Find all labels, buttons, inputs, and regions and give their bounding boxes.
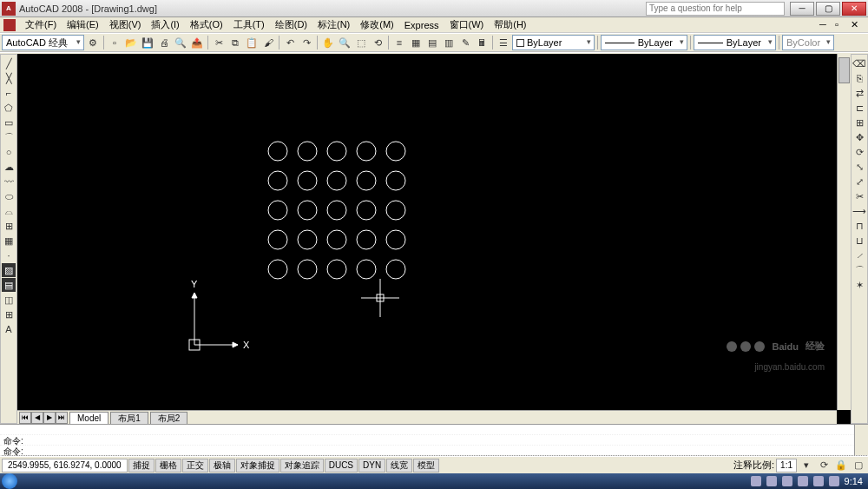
annosync-icon[interactable]: ⟳ <box>816 458 832 473</box>
erase-icon[interactable]: ⌫ <box>852 56 866 70</box>
circle[interactable] <box>327 171 346 190</box>
save-icon[interactable]: 💾 <box>140 35 155 50</box>
grid-button[interactable]: 栅格 <box>155 459 181 472</box>
annoscale-combo[interactable]: 1:1 <box>776 459 797 472</box>
tab-model[interactable]: Model <box>69 412 108 424</box>
calc-icon[interactable]: 🖩 <box>474 35 490 50</box>
pan-icon[interactable]: ✋ <box>320 35 336 50</box>
menu-insert[interactable]: 插入(I) <box>147 17 183 32</box>
circle[interactable] <box>386 201 405 220</box>
spline-icon[interactable]: 〰 <box>2 175 16 188</box>
paste-icon[interactable]: 📋 <box>244 35 260 50</box>
polygon-icon[interactable]: ⬠ <box>2 101 16 115</box>
join-icon[interactable]: ⊔ <box>852 234 866 248</box>
xline-icon[interactable]: ╳ <box>2 71 16 85</box>
circle[interactable] <box>386 171 405 190</box>
ortho-button[interactable]: 正交 <box>182 459 208 472</box>
circle[interactable] <box>298 171 317 190</box>
hatch-icon[interactable]: ▨ <box>2 263 16 277</box>
new-icon[interactable]: ▫ <box>107 35 122 50</box>
circle[interactable] <box>298 260 317 279</box>
break-icon[interactable]: ⊓ <box>852 219 866 233</box>
circle[interactable] <box>386 142 405 161</box>
tab-first-icon[interactable]: ⏮ <box>19 412 31 424</box>
circle[interactable] <box>327 260 346 279</box>
layers-icon[interactable]: ☰ <box>496 35 511 50</box>
layer-color-combo[interactable]: ByLayer <box>512 35 595 50</box>
preview-icon[interactable]: 🔍 <box>173 35 188 50</box>
rectangle-icon[interactable]: ▭ <box>2 116 16 129</box>
copy-obj-icon[interactable]: ⎘ <box>852 71 866 85</box>
command-area[interactable]: 命令: 命令: <box>0 424 868 456</box>
lineweight-combo[interactable]: ByLayer <box>694 35 776 50</box>
menu-dimension[interactable]: 标注(N) <box>313 17 354 32</box>
pline-icon[interactable]: ⌐ <box>2 86 16 100</box>
circle[interactable] <box>268 171 287 190</box>
menu-window[interactable]: 窗口(W) <box>445 17 489 32</box>
tray-icon[interactable] <box>782 476 792 486</box>
extend-icon[interactable]: ⟶ <box>852 204 866 218</box>
tab-prev-icon[interactable]: ◀ <box>31 412 43 424</box>
circle[interactable] <box>357 142 376 161</box>
move-icon[interactable]: ✥ <box>852 130 866 144</box>
clean-screen-icon[interactable]: ▢ <box>851 458 866 473</box>
toolpalette-icon[interactable]: ▤ <box>424 35 440 50</box>
circle[interactable] <box>298 201 317 220</box>
ducs-button[interactable]: DUCS <box>325 459 358 472</box>
clock[interactable]: 9:14 <box>845 476 863 486</box>
undo-icon[interactable]: ↶ <box>282 35 298 50</box>
plotstyle-combo[interactable]: ByColor <box>782 35 834 50</box>
circle[interactable] <box>268 260 287 279</box>
doc-close-button[interactable]: ✕ <box>851 19 865 31</box>
drawing-canvas[interactable]: X Y <box>17 54 851 410</box>
designcenter-icon[interactable]: ▦ <box>408 35 424 50</box>
help-search-input[interactable] <box>646 2 785 16</box>
workspace-settings-icon[interactable]: ⚙ <box>85 35 101 50</box>
circle[interactable] <box>327 201 346 220</box>
command-prompt-2[interactable]: 命令: <box>0 446 868 456</box>
circle[interactable] <box>298 142 317 161</box>
table-icon[interactable]: ⊞ <box>2 307 16 321</box>
fillet-icon[interactable]: ⌒ <box>852 263 866 277</box>
revcloud-icon[interactable]: ☁ <box>2 160 16 174</box>
lock-ui-icon[interactable]: 🔒 <box>833 458 849 473</box>
circle[interactable] <box>386 230 405 249</box>
plot-icon[interactable]: 🖨 <box>156 35 172 50</box>
open-icon[interactable]: 📂 <box>123 35 139 50</box>
menu-draw[interactable]: 绘图(D) <box>271 17 312 32</box>
circle[interactable] <box>327 230 346 249</box>
mirror-icon[interactable]: ⇄ <box>852 86 866 100</box>
trim-icon[interactable]: ✂ <box>852 189 866 203</box>
menu-tools[interactable]: 工具(T) <box>229 17 269 32</box>
offset-icon[interactable]: ⊏ <box>852 101 866 115</box>
volume-icon[interactable] <box>829 476 839 486</box>
circle[interactable] <box>357 171 376 190</box>
menu-express[interactable]: Express <box>400 19 444 31</box>
tray-icon[interactable] <box>813 476 824 486</box>
menu-file[interactable]: 文件(F) <box>21 17 61 32</box>
doc-minimize-button[interactable]: ─ <box>819 19 833 31</box>
arc-icon[interactable]: ⌒ <box>2 130 16 144</box>
scale-icon[interactable]: ⤡ <box>852 160 866 174</box>
coordinates[interactable]: 2549.9955, 616.9274, 0.0000 <box>2 459 128 472</box>
circle[interactable] <box>268 142 287 161</box>
annoscale-icon[interactable]: ▾ <box>799 458 814 473</box>
tray-icon[interactable] <box>798 476 808 486</box>
line-icon[interactable]: ╱ <box>2 56 16 70</box>
minimize-button[interactable]: ─ <box>790 2 814 16</box>
command-scrollbar[interactable] <box>854 425 868 455</box>
match-icon[interactable]: 🖌 <box>260 35 276 50</box>
circle[interactable] <box>357 201 376 220</box>
ellipse-icon[interactable]: ⬭ <box>2 189 16 203</box>
copy-icon[interactable]: ⧉ <box>227 35 243 50</box>
circle[interactable] <box>327 142 346 161</box>
drawing-area[interactable]: X Y Baidu 经验 jingyan.baidu.com ⏮ ◀ ▶ ⏭ M… <box>17 54 851 424</box>
tab-last-icon[interactable]: ⏭ <box>56 412 68 424</box>
circle[interactable] <box>268 201 287 220</box>
polar-button[interactable]: 极轴 <box>209 459 235 472</box>
circle[interactable] <box>357 260 376 279</box>
dyn-button[interactable]: DYN <box>358 459 385 472</box>
gradient-icon[interactable]: ▤ <box>2 278 16 292</box>
tab-layout1[interactable]: 布局1 <box>110 412 148 424</box>
workspace-combo[interactable]: AutoCAD 经典 <box>2 35 84 50</box>
